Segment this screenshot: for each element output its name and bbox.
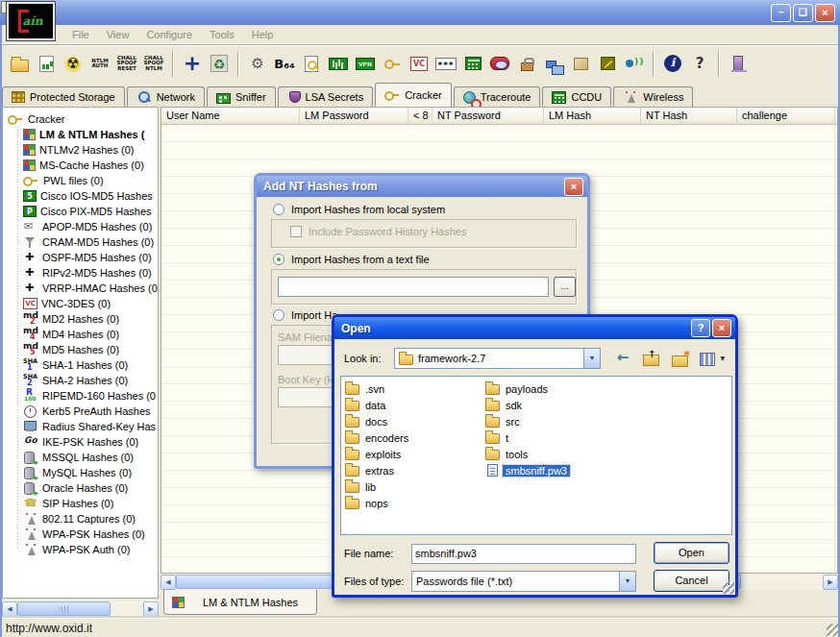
files-of-type-dropdown[interactable]: Passwords file (*.txt) ▼ xyxy=(411,571,636,592)
tree-item-mssql-hashes-0[interactable]: MSSQL Hashes (0) xyxy=(13,450,158,465)
tree-item-pwl-files-0[interactable]: PWL files (0) xyxy=(13,173,158,188)
toolbar-calculator-button[interactable] xyxy=(460,49,485,78)
toolbar-info-button[interactable]: i xyxy=(660,49,685,78)
tree-item-md4-hashes-0[interactable]: MD4 Hashes (0) xyxy=(13,327,158,342)
scroll-right-icon[interactable]: ▶ xyxy=(823,575,838,590)
tree-item-wpa-psk-auth-0[interactable]: WPA-PSK Auth (0) xyxy=(13,542,158,557)
toolbar-hash-calculator-button[interactable] xyxy=(326,49,351,78)
tree-item-apop-md5-hashes-0[interactable]: APOP-MD5 Hashes (0) xyxy=(13,219,158,234)
file-item-docs[interactable]: docs xyxy=(345,413,485,429)
look-in-dropdown[interactable]: framework-2.7 ▼ xyxy=(394,348,601,369)
radio-icon[interactable] xyxy=(273,254,284,265)
view-menu-icon[interactable] xyxy=(700,351,725,366)
file-item-t[interactable]: t xyxy=(485,429,626,446)
menu-configure[interactable]: Configure xyxy=(137,27,201,42)
tab-cracker[interactable]: Cracker xyxy=(375,83,452,107)
column-header-nt-hash[interactable]: NT Hash xyxy=(641,108,737,124)
tree-item-sha-1-hashes-0[interactable]: SHA-1 Hashes (0) xyxy=(13,357,158,373)
tree-item-sha-2-hashes-0[interactable]: SHA-2 Hashes (0) xyxy=(13,373,158,388)
tree-item-ripv2-md5-hashes-0[interactable]: RIPv2-MD5 Hashes (0) xyxy=(13,265,158,281)
menu-tools[interactable]: Tools xyxy=(201,27,243,42)
scroll-left-icon[interactable]: ◀ xyxy=(2,601,17,617)
tree-item-sip-hashes-0[interactable]: SIP Hashes (0) xyxy=(13,496,158,511)
toolbar-chall-spoof-reset-button[interactable]: CHALL SPOOF RESET xyxy=(114,49,139,78)
toolbar-base64-button[interactable]: B₆₄ xyxy=(272,49,297,78)
tree-item-oracle-hashes-0[interactable]: Oracle Hashes (0) xyxy=(13,480,158,496)
tree-item-cisco-pix-md5-hashes[interactable]: Cisco PIX-MD5 Hashes xyxy=(13,204,158,219)
tree-item-cracker[interactable]: Cracker xyxy=(8,111,158,127)
tab-traceroute[interactable]: Traceroute xyxy=(454,86,541,107)
file-item-lib[interactable]: lib xyxy=(345,478,485,495)
tab-ccdu[interactable]: CCDU xyxy=(542,86,611,107)
tree-item-kerb5-preauth-hashes[interactable]: Kerb5 PreAuth Hashes xyxy=(13,404,158,419)
tree-item-ripemd-160-hashes-0[interactable]: RIPEMD-160 Hashes (0 xyxy=(13,388,158,404)
tree-item-vrrp-hmac-hashes-0[interactable]: VRRP-HMAC Hashes (0 xyxy=(13,281,158,296)
file-item-smbsniff-pw3[interactable]: smbsniff.pw3 xyxy=(485,462,626,478)
dialog-resize-grip[interactable] xyxy=(723,582,734,594)
toolbar-speaker-button[interactable] xyxy=(622,49,647,78)
toolbar-decoder-button[interactable] xyxy=(299,49,324,78)
file-item-payloads[interactable]: payloads xyxy=(485,380,626,397)
tab-protected-storage[interactable]: Protected Storage xyxy=(2,86,125,107)
toolbar-ntlm-auth-button[interactable]: NTLM AUTH xyxy=(87,49,112,78)
scroll-left-icon[interactable]: ◀ xyxy=(161,575,176,590)
toolbar-exit-button[interactable] xyxy=(726,49,751,78)
toolbar-remote-desktop-button[interactable] xyxy=(487,49,512,78)
toolbar-lock-button[interactable] xyxy=(514,49,539,78)
tab-lsa-secrets[interactable]: LSA Secrets xyxy=(278,86,374,107)
tree-item-md2-hashes-0[interactable]: MD2 Hashes (0) xyxy=(13,311,158,327)
minimize-button[interactable]: – xyxy=(771,4,791,22)
toolbar-add-button[interactable]: + xyxy=(180,49,205,78)
tree-item-802-11-captures-0[interactable]: 802.11 Captures (0) xyxy=(13,511,158,527)
tree-item-ike-psk-hashes-0[interactable]: IKE-PSK Hashes (0) xyxy=(13,434,158,450)
file-item-extras[interactable]: extras xyxy=(345,462,485,478)
checkbox-password-history[interactable]: Include Password History Hashes xyxy=(290,226,471,237)
add-dialog-close-button[interactable]: × xyxy=(564,178,583,196)
cancel-button[interactable]: Cancel xyxy=(654,570,729,592)
tree-item-md5-hashes-0[interactable]: MD5 Hashes (0) xyxy=(13,342,158,357)
tree-item-cisco-ios-md5-hashes[interactable]: Cisco IOS-MD5 Hashes xyxy=(13,188,158,204)
column-header-lm-password[interactable]: LM Password xyxy=(300,108,408,124)
toolbar-radioactive-button[interactable]: ☢ xyxy=(61,49,86,78)
file-item-exploits[interactable]: exploits xyxy=(345,446,485,462)
toolbar-export-graph-button[interactable] xyxy=(34,49,59,78)
scroll-right-icon[interactable]: ▶ xyxy=(143,601,159,617)
column-header-user-name[interactable]: User Name xyxy=(161,108,300,124)
tree-item-ntlmv2-hashes-0[interactable]: NTLMv2 Hashes (0) xyxy=(13,142,158,158)
scroll-thumb[interactable] xyxy=(17,601,111,616)
tree-item-vnc-3des-0[interactable]: VNC-3DES (0) xyxy=(13,296,158,311)
open-dialog-help-button[interactable]: ? xyxy=(691,319,710,337)
toolbar-help-button[interactable]: ? xyxy=(687,49,712,78)
toolbar-open-file-button[interactable] xyxy=(7,49,32,78)
file-item-data[interactable]: data xyxy=(345,397,485,413)
column-header-challenge[interactable]: challenge xyxy=(737,108,835,124)
file-item-nops[interactable]: nops xyxy=(345,495,485,511)
tree-item-ms-cache-hashes-0[interactable]: MS-Cache Hashes (0) xyxy=(13,158,158,173)
column-header-8[interactable]: < 8 xyxy=(408,108,432,124)
text-file-path-input[interactable] xyxy=(278,277,549,297)
toolbar-remove-button[interactable]: ♻ xyxy=(207,49,232,78)
tree-item-wpa-psk-hashes-0[interactable]: WPA-PSK Hashes (0) xyxy=(13,527,158,542)
browse-button[interactable]: ... xyxy=(554,277,576,297)
file-item-tools[interactable]: tools xyxy=(485,446,626,462)
maximize-button[interactable]: ❑ xyxy=(793,4,813,22)
menu-help[interactable]: Help xyxy=(243,27,283,42)
radio-icon[interactable] xyxy=(273,204,284,215)
file-item-sdk[interactable]: sdk xyxy=(485,397,626,413)
toolbar-wordlist-key-button[interactable] xyxy=(380,49,405,78)
new-folder-icon[interactable] xyxy=(671,351,690,366)
toolbar-box-button[interactable] xyxy=(568,49,593,78)
menu-view[interactable]: View xyxy=(98,27,138,42)
file-item-encoders[interactable]: encoders xyxy=(345,429,485,446)
column-header-lm-hash[interactable]: LM Hash xyxy=(544,108,641,124)
radio-import-local-system[interactable]: Import Hashes from local system xyxy=(273,204,450,215)
open-dialog-close-button[interactable]: × xyxy=(712,319,731,337)
tab-network[interactable]: Network xyxy=(127,86,205,107)
toolbar-configure-button[interactable]: ⚙ xyxy=(245,49,270,78)
tree-item-ospf-md5-hashes-0[interactable]: OSPF-MD5 Hashes (0) xyxy=(13,250,158,265)
tab-wireless[interactable]: Wireless xyxy=(613,86,693,107)
toolbar-key-badge-button[interactable] xyxy=(595,49,620,78)
toolbar-password-button[interactable]: *** xyxy=(433,49,458,78)
radio-icon[interactable] xyxy=(273,309,284,321)
toolbar-network-button[interactable] xyxy=(541,49,566,78)
